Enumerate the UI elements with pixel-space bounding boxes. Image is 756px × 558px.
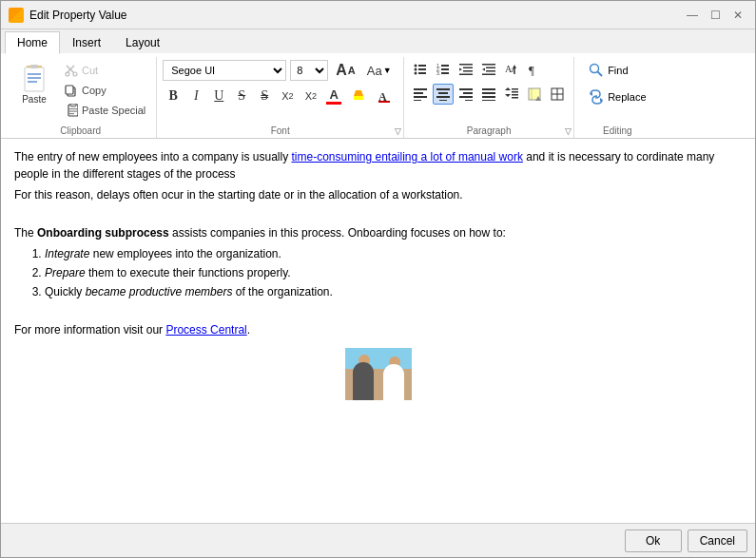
maximize-button[interactable]: ☐ <box>706 6 725 25</box>
svg-rect-38 <box>482 64 495 66</box>
svg-rect-54 <box>436 96 450 98</box>
paragraph1: The entry of new employees into a compan… <box>14 148 742 183</box>
justify-button[interactable] <box>478 84 499 105</box>
svg-rect-66 <box>512 88 518 90</box>
svg-rect-35 <box>463 70 473 72</box>
svg-rect-41 <box>482 74 495 76</box>
font-family-select[interactable]: Segoe UI <box>163 60 286 81</box>
svg-rect-69 <box>512 97 518 99</box>
font-color-button[interactable]: A <box>323 86 344 106</box>
font-size-select[interactable]: 8 9 10 11 12 <box>290 60 328 81</box>
list-item-1: Integrate new employees into the organiz… <box>45 245 742 262</box>
svg-point-8 <box>66 72 69 76</box>
svg-marker-37 <box>459 68 462 71</box>
svg-rect-57 <box>463 92 473 94</box>
aa-dropdown-button[interactable]: Aa ▼ <box>363 61 396 81</box>
align-left-button[interactable] <box>410 84 431 105</box>
svg-rect-55 <box>439 100 447 101</box>
minimize-button[interactable]: — <box>683 6 702 25</box>
tab-insert[interactable]: Insert <box>60 31 113 53</box>
font-expand-icon[interactable]: ▽ <box>395 126 401 136</box>
cancel-button[interactable]: Cancel <box>688 529 747 552</box>
content-area[interactable]: The entry of new employees into a compan… <box>1 139 755 523</box>
shading-button[interactable] <box>524 84 545 105</box>
svg-rect-16 <box>69 113 74 114</box>
text-effects-button[interactable]: A <box>373 86 397 106</box>
font-row1: Segoe UI 8 9 10 11 12 A A Aa <box>163 59 397 82</box>
svg-rect-56 <box>459 88 473 90</box>
cut-button[interactable]: Cut <box>60 61 150 80</box>
align-right-button[interactable] <box>456 84 476 105</box>
tab-layout[interactable]: Layout <box>113 31 172 53</box>
paste-button[interactable]: Paste <box>10 59 58 109</box>
clipboard-group: Paste Cut <box>5 57 157 138</box>
svg-rect-15 <box>69 111 77 112</box>
ribbon: Paste Cut <box>1 53 755 139</box>
double-strikethrough-button[interactable]: S <box>254 86 275 106</box>
align-center-button[interactable] <box>433 84 454 105</box>
highlight-button[interactable] <box>346 86 371 106</box>
copy-label: Copy <box>82 85 107 96</box>
ok-button[interactable]: Ok <box>625 529 682 552</box>
bullets-button[interactable] <box>410 59 431 80</box>
paste-special-button[interactable]: Paste Special <box>60 101 150 120</box>
svg-point-9 <box>73 72 77 76</box>
paragraph-expand-icon[interactable]: ▽ <box>565 126 572 136</box>
paragraph2: For this reason, delays often ocur in th… <box>14 186 742 203</box>
strikethrough-button[interactable]: S <box>231 86 252 106</box>
underline-button[interactable]: U <box>208 86 229 106</box>
svg-rect-33 <box>459 64 473 66</box>
copy-button[interactable]: Copy <box>60 81 150 100</box>
svg-rect-63 <box>482 100 495 101</box>
svg-rect-53 <box>438 92 448 94</box>
paragraph1-link[interactable]: time-consuming entailing a lot of manual… <box>291 150 522 164</box>
close-button[interactable]: ✕ <box>728 6 747 25</box>
paste-label: Paste <box>22 94 47 105</box>
onboarding-subprocess-bold: Onboarding subprocess <box>37 226 169 240</box>
svg-point-21 <box>415 65 417 67</box>
svg-rect-58 <box>459 96 473 98</box>
line-spacing-button[interactable] <box>501 84 522 105</box>
svg-line-77 <box>598 72 603 77</box>
svg-rect-14 <box>69 108 77 109</box>
indent-increase-button[interactable] <box>456 59 476 80</box>
font-color-icon: A <box>329 87 338 102</box>
tab-home[interactable]: Home <box>5 31 60 54</box>
superscript-button[interactable]: X2 <box>277 86 298 106</box>
subscript-button[interactable]: X2 <box>300 86 321 106</box>
svg-rect-2 <box>30 65 38 68</box>
svg-rect-4 <box>28 77 41 79</box>
image-container <box>14 348 742 400</box>
svg-marker-64 <box>505 87 511 90</box>
font-row2: B I U S S X2 X2 A <box>163 86 397 106</box>
svg-rect-51 <box>414 100 421 101</box>
svg-marker-65 <box>505 94 511 97</box>
numbering-button[interactable]: 1. 2. 3. <box>433 59 454 80</box>
italic-button[interactable]: I <box>185 86 206 106</box>
svg-rect-59 <box>465 100 473 101</box>
svg-rect-40 <box>486 70 495 72</box>
svg-rect-3 <box>28 73 41 75</box>
title-bar-buttons: — ☐ ✕ <box>683 6 747 25</box>
svg-point-23 <box>415 68 417 71</box>
process-central-link[interactable]: Process Central <box>165 323 246 337</box>
svg-rect-67 <box>512 91 518 93</box>
bold-button[interactable]: B <box>163 86 184 106</box>
sort-button[interactable]: A Z <box>501 59 522 80</box>
find-button[interactable]: Find <box>580 59 636 82</box>
paste-icon <box>19 64 49 94</box>
svg-rect-61 <box>482 92 495 94</box>
font-grow-button[interactable]: A A <box>332 59 359 82</box>
svg-rect-28 <box>441 65 449 67</box>
paragraph-label: Paragraph <box>404 125 573 136</box>
show-hide-button[interactable]: ¶ <box>524 59 545 80</box>
replace-button[interactable]: Replace <box>580 86 654 108</box>
svg-text:¶: ¶ <box>529 63 534 76</box>
borders-button[interactable] <box>547 84 568 105</box>
indent-decrease-button[interactable] <box>478 59 499 80</box>
onboarding-image <box>345 348 412 400</box>
image-content <box>345 348 412 400</box>
person1-body <box>353 362 374 400</box>
paragraph-group: 1. 2. 3. <box>404 57 574 138</box>
svg-rect-50 <box>414 96 427 98</box>
